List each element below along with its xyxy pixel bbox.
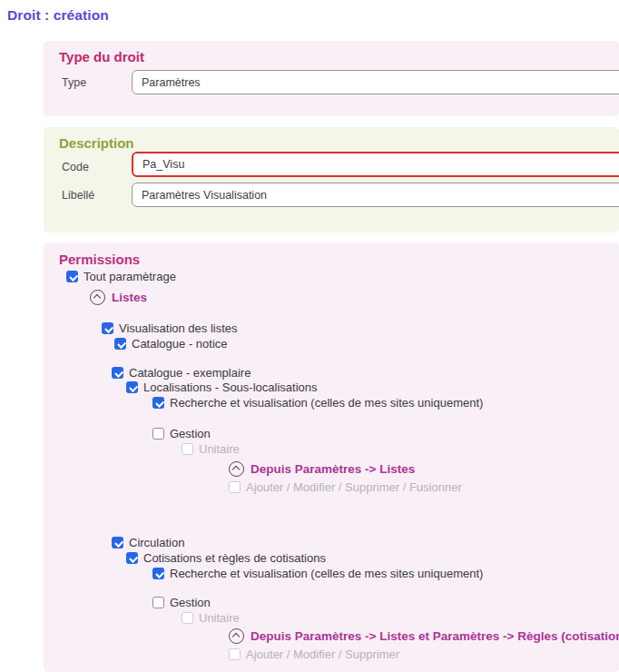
section-title-description: Description [59,135,134,151]
permission-row-catalogue-exemplaire: Catalogue - exemplaire [112,365,251,380]
permission-label: Recherche et visualisation (celles de me… [170,396,483,410]
checkbox-circulation[interactable] [112,537,123,548]
type-input[interactable] [132,70,619,94]
permission-label: Catalogue - exemplaire [129,366,251,380]
chevron-up-circle-icon[interactable] [90,290,105,305]
permission-label: Ajouter / Modifier / Supprimer [246,647,399,661]
permission-label: Tout paramètrage [84,270,176,283]
permission-row-ajouter-modifier-supprimer-fusionner: Ajouter / Modifier / Supprimer / Fusionn… [229,479,462,494]
checkbox-visualisation-des-listes[interactable] [102,322,113,334]
permission-row-ajouter-modifier-supprimer: Ajouter / Modifier / Supprimer [229,647,399,661]
checkbox-tout-parametrage[interactable] [66,271,78,282]
checkbox-ajouter-modifier-supprimer [229,648,241,660]
permission-label: Unitaire [199,442,240,456]
permission-row-catalogue-notice: Catalogue - notice [114,336,228,351]
checkbox-catalogue-notice[interactable] [114,338,126,350]
permission-group-listes: Listes [90,289,147,305]
section-permissions: Permissions Tout paramètrage Listes Visu… [44,242,619,672]
checkbox-gestion-2[interactable] [152,597,164,608]
permission-row-tout-parametrage: Tout paramètrage [66,269,176,283]
permission-label: Localisations - Sous-localisations [143,380,317,394]
permission-label: Circulation [129,536,184,549]
group-label-listes: Listes [112,291,147,304]
permission-label: Unitaire [199,611,240,625]
permission-row-circulation: Circulation [112,535,184,549]
permission-row-unitaire-2: Unitaire [182,610,240,625]
libelle-field-label: Libellé [62,189,94,202]
checkbox-cotisations[interactable] [126,552,138,564]
checkbox-recherche-visualisation-2[interactable] [152,568,164,579]
page-title: Droit : création [7,7,109,24]
permission-row-gestion-1: Gestion [152,426,211,440]
permission-row-gestion-2: Gestion [152,595,211,609]
permission-label: Gestion [170,596,211,609]
section-type-du-droit: Type du droit Type [44,41,619,116]
permission-group-depuis-parametres-listes: Depuis Paramètres -> Listes [229,460,415,477]
permission-label: Ajouter / Modifier / Supprimer / Fusionn… [246,480,462,494]
chevron-up-circle-icon[interactable] [229,461,244,477]
section-title-type: Type du droit [59,49,144,64]
code-field-label: Code [62,161,89,173]
permission-label: Visualisation des listes [119,321,238,335]
checkbox-gestion-1[interactable] [152,428,164,440]
group-label-depuis-parametres-listes: Depuis Paramètres -> Listes [251,462,415,476]
code-input[interactable] [132,152,619,177]
libelle-input[interactable] [132,183,619,207]
permission-row-cotisations: Cotisations et règles de cotisations [126,550,326,565]
permission-row-visualisation-des-listes: Visualisation des listes [102,321,238,335]
permission-label: Gestion [170,427,211,440]
permission-label: Cotisations et règles de cotisations [143,551,326,565]
checkbox-unitaire-1 [182,443,193,455]
permission-label: Recherche et visualisation (celles de me… [170,567,483,580]
group-label-depuis-parametres-listes-regles: Depuis Paramètres -> Listes et Paramètre… [251,629,619,643]
section-title-permissions: Permissions [59,252,140,267]
checkbox-recherche-visualisation-1[interactable] [152,397,164,409]
permission-row-unitaire-1: Unitaire [182,441,240,456]
chevron-up-circle-icon[interactable] [229,628,244,644]
checkbox-unitaire-2 [182,612,193,624]
permission-row-localisations: Localisations - Sous-localisations [126,380,317,394]
checkbox-ajouter-modifier-supprimer-fusionner [229,481,241,493]
permission-label: Catalogue - notice [132,337,228,351]
permission-group-depuis-parametres-listes-regles: Depuis Paramètres -> Listes et Paramètre… [229,628,619,644]
permission-row-recherche-visualisation-1: Recherche et visualisation (celles de me… [152,395,483,410]
checkbox-localisations[interactable] [126,381,138,393]
section-description: Description Code Libellé [44,127,619,232]
checkbox-catalogue-exemplaire[interactable] [112,367,123,379]
permission-row-recherche-visualisation-2: Recherche et visualisation (celles de me… [152,566,483,580]
type-field-label: Type [62,76,86,89]
